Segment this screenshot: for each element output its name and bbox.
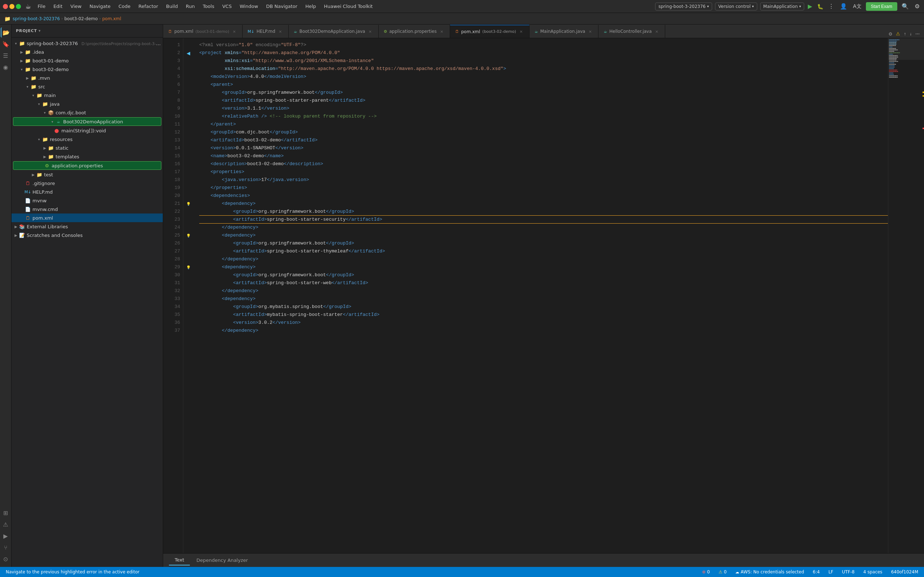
hint-icon-25[interactable]: 💡 bbox=[186, 234, 191, 238]
tab-close-hello[interactable]: × bbox=[654, 29, 660, 34]
tab-close-pom-02[interactable]: × bbox=[518, 29, 524, 35]
settings-button[interactable]: ⚙ bbox=[913, 2, 921, 11]
fold-arrow-icon[interactable]: ◀ bbox=[187, 50, 190, 56]
minimize-button[interactable] bbox=[10, 4, 15, 9]
menu-db-navigator[interactable]: DB Navigator bbox=[262, 2, 301, 10]
tab-pom-02[interactable]: 🗒 pom.xml (boot3-02-demo) × bbox=[450, 25, 530, 38]
tab-help-md[interactable]: M↓ HELP.md × bbox=[242, 25, 289, 38]
menu-vcs[interactable]: VCS bbox=[219, 2, 235, 10]
tree-item-external-libs[interactable]: ▶ 📚 External Libraries bbox=[11, 222, 163, 231]
menu-edit[interactable]: Edit bbox=[50, 2, 66, 10]
breadcrumb-project[interactable]: spring-boot-3-202376 bbox=[13, 16, 60, 21]
tree-item-main-method[interactable]: ⬤ main(String[]):void bbox=[11, 126, 163, 135]
tree-item-main[interactable]: ▾ 📁 main bbox=[11, 91, 163, 100]
tree-item-mvnw-cmd[interactable]: 📄 mvnw.cmd bbox=[11, 205, 163, 213]
menu-huawei[interactable]: Huawei Cloud Toolkit bbox=[320, 2, 376, 10]
activity-bookmark-icon[interactable]: 🔖 bbox=[1, 39, 11, 49]
tab-text[interactable]: Text bbox=[169, 555, 190, 566]
tree-item-static[interactable]: ▶ 📁 static bbox=[11, 143, 163, 152]
tab-dependency-analyzer[interactable]: Dependency Analyzer bbox=[191, 555, 254, 565]
menu-build[interactable]: Build bbox=[162, 2, 181, 10]
tab-scrollback-button[interactable]: ⊙ bbox=[887, 30, 894, 38]
tree-item-pom-xml[interactable]: 🗒 pom.xml bbox=[11, 213, 163, 222]
translate-button[interactable]: A文 bbox=[851, 2, 863, 11]
tab-pom-01[interactable]: 🗒 pom.xml (boot3-01-demo) × bbox=[163, 25, 242, 38]
sidebar-dropdown-icon[interactable]: ▾ bbox=[39, 29, 41, 33]
tree-item-test[interactable]: ▶ 📁 test bbox=[11, 170, 163, 179]
status-indent[interactable]: 4 spaces bbox=[862, 569, 884, 574]
tree-item-scratches[interactable]: ▶ 📝 Scratches and Consoles bbox=[11, 231, 163, 239]
status-encoding[interactable]: UTF-8 bbox=[841, 569, 856, 574]
close-button[interactable] bbox=[3, 4, 8, 9]
tree-item-boot3-02[interactable]: ▾ 📁 boot3-02-demo bbox=[11, 65, 163, 74]
search-button[interactable]: 🔍 bbox=[900, 2, 910, 11]
activity-terminal-icon[interactable]: ⊞ bbox=[1, 508, 11, 518]
menu-navigate[interactable]: Navigate bbox=[86, 2, 114, 10]
status-warnings[interactable]: ⚠ 0 bbox=[717, 569, 728, 574]
activity-run-icon[interactable]: ▶ bbox=[1, 531, 11, 541]
menu-view[interactable]: View bbox=[67, 2, 85, 10]
tab-close-boot302[interactable]: × bbox=[367, 29, 373, 34]
profile-button[interactable]: 👤 bbox=[838, 2, 848, 11]
menu-tools[interactable]: Tools bbox=[199, 2, 218, 10]
status-errors[interactable]: ⊗ 0 bbox=[701, 569, 711, 574]
status-line-col[interactable]: 6:4 bbox=[811, 569, 821, 574]
tab-close-main-app[interactable]: × bbox=[587, 29, 593, 34]
tree-item-app-props[interactable]: ⚙ application.properties bbox=[13, 161, 162, 170]
tree-item-help-md[interactable]: M↓ HELP.md bbox=[11, 187, 163, 196]
menu-run[interactable]: Run bbox=[182, 2, 199, 10]
run-config-selector[interactable]: MainApplication ▾ bbox=[760, 3, 804, 10]
gutter-1 bbox=[183, 41, 194, 49]
tab-close-app-props[interactable]: × bbox=[439, 29, 445, 34]
status-memory[interactable]: 640of1024M bbox=[890, 569, 920, 574]
tab-nav-prev[interactable]: ↑ bbox=[902, 30, 908, 38]
status-ide-label[interactable]: ☁ AWS: No credentials selected bbox=[734, 569, 806, 574]
activity-git-icon[interactable]: ⑂ bbox=[1, 542, 11, 553]
tab-app-props[interactable]: ⚙ application.properties × bbox=[379, 25, 450, 38]
tab-more[interactable]: ⋯ bbox=[914, 30, 921, 38]
tree-item-boot302app[interactable]: ▾ ☕ Boot302DemoApplication bbox=[13, 117, 162, 126]
breadcrumb-file[interactable]: pom.xml bbox=[102, 16, 121, 21]
tree-item-resources[interactable]: ▾ 📁 resources bbox=[11, 135, 163, 143]
tree-item-root[interactable]: ▾ 📁 spring-boot-3-202376 D:\project\Idea… bbox=[11, 39, 163, 48]
activity-unknown-icon[interactable]: ◉ bbox=[1, 62, 11, 72]
tree-item-idea[interactable]: ▶ 📁 .idea bbox=[11, 48, 163, 56]
tree-item-boot3-01[interactable]: ▶ 📁 boot3-01-demo bbox=[11, 56, 163, 65]
hint-icon-29[interactable]: 💡 bbox=[186, 266, 191, 269]
activity-bottom-icon[interactable]: ⊙ bbox=[1, 554, 11, 564]
tree-item-package[interactable]: ▾ 📦 com.djc.boot bbox=[11, 108, 163, 117]
menu-help[interactable]: Help bbox=[302, 2, 320, 10]
activity-structure-icon[interactable]: ☰ bbox=[1, 50, 11, 61]
menu-window[interactable]: Window bbox=[236, 2, 262, 10]
tree-item-mvn[interactable]: ▶ 📁 .mvn bbox=[11, 74, 163, 82]
vcs-button[interactable]: Version control ▾ bbox=[715, 3, 757, 10]
code-line-37: </dependency> bbox=[199, 327, 888, 335]
tab-boot302[interactable]: ☕ Boot302DemoApplication.java × bbox=[289, 25, 379, 38]
tree-item-java[interactable]: ▾ 📁 java bbox=[11, 100, 163, 108]
activity-problems-icon[interactable]: ⚠ bbox=[1, 519, 11, 529]
tab-main-app[interactable]: ☕ MainApplication.java × bbox=[530, 25, 599, 38]
status-line-sep[interactable]: LF bbox=[827, 569, 835, 574]
activity-project-icon[interactable]: 📂 bbox=[1, 27, 11, 37]
more-actions-button[interactable]: ⋮ bbox=[827, 2, 835, 11]
tree-item-mvnw[interactable]: 📄 mvnw bbox=[11, 196, 163, 205]
debug-button[interactable]: 🐛 bbox=[816, 2, 825, 11]
code-editor[interactable]: <?xml version="1.0" encoding="UTF-8"?> <… bbox=[194, 38, 888, 553]
menu-code[interactable]: Code bbox=[115, 2, 134, 10]
tab-warning-icon[interactable]: ⚠ bbox=[894, 29, 901, 38]
tree-item-gitignore[interactable]: 🗒 .gitignore bbox=[11, 179, 163, 187]
run-button[interactable]: ▶ bbox=[806, 2, 814, 11]
hint-icon-21[interactable]: 💡 bbox=[186, 202, 191, 206]
menu-file[interactable]: File bbox=[34, 2, 49, 10]
tab-close-pom-01[interactable]: × bbox=[231, 29, 237, 34]
start-exam-button[interactable]: Start Exam bbox=[866, 2, 897, 11]
maximize-button[interactable] bbox=[16, 4, 21, 9]
project-selector[interactable]: spring-boot-3-202376 ▾ bbox=[655, 3, 712, 10]
menu-refactor[interactable]: Refactor bbox=[135, 2, 162, 10]
tab-nav-next[interactable]: ↓ bbox=[908, 30, 913, 38]
breadcrumb-module[interactable]: boot3-02-demo bbox=[64, 16, 98, 21]
tree-item-src[interactable]: ▾ 📁 src bbox=[11, 82, 163, 91]
tab-hello[interactable]: ☕ HelloController.java × bbox=[598, 25, 665, 38]
tab-close-help[interactable]: × bbox=[278, 29, 283, 34]
tree-item-templates[interactable]: ▶ 📁 templates bbox=[11, 152, 163, 161]
